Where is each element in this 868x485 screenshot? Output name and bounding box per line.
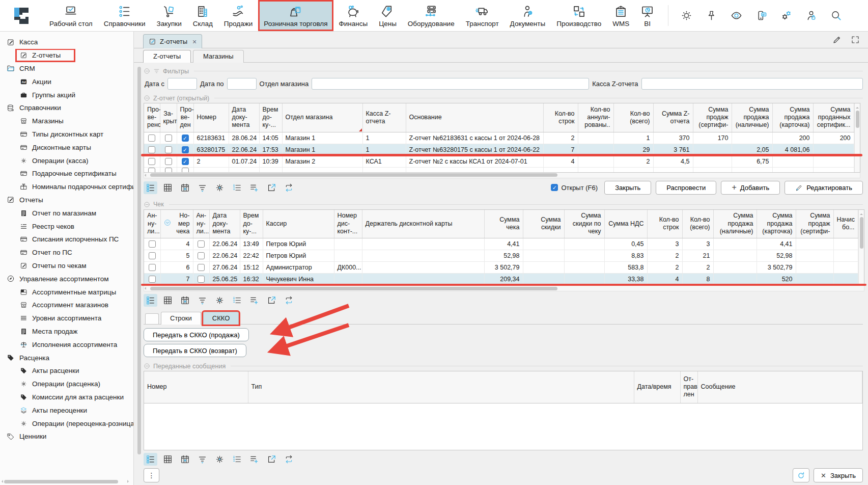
column-header[interactable]: Врем до- ку-... xyxy=(240,210,263,238)
column-header[interactable]: Сумма продажа (карточка) xyxy=(757,210,796,238)
module-production[interactable]: Производство xyxy=(551,0,607,31)
row-checkbox[interactable] xyxy=(149,252,156,259)
scroll-up-icon[interactable] xyxy=(860,212,863,215)
collapse-icon[interactable] xyxy=(144,201,150,208)
refresh-button[interactable] xyxy=(793,468,809,482)
row-checkbox[interactable] xyxy=(182,168,189,172)
column-header[interactable]: Сумма продажа (наличные) xyxy=(713,210,757,238)
grid-button[interactable] xyxy=(161,453,175,466)
refresh-button[interactable] xyxy=(282,181,296,194)
column-header[interactable]: Дата доку- мента xyxy=(229,103,259,132)
window-tab-zreports[interactable]: Z-отчеты × xyxy=(143,34,202,48)
tab-skko[interactable]: СККО xyxy=(203,312,239,325)
module-prices[interactable]: Цены xyxy=(373,0,402,31)
sidebar-item-21[interactable]: Уровни ассортимента xyxy=(0,312,133,325)
column-header[interactable]: Ан- ну- ли... xyxy=(193,210,209,238)
sidebar-item-0[interactable]: Касса xyxy=(0,36,133,49)
filter-button[interactable] xyxy=(195,294,209,307)
column-header[interactable]: Дата доку- мента xyxy=(209,210,240,238)
module-warehouse[interactable]: Склад xyxy=(187,0,218,31)
column-header[interactable]: Номер дис- конт-... xyxy=(334,210,362,238)
sidebar-item-30[interactable]: Ценники xyxy=(0,430,133,443)
column-header[interactable]: Сумма Z- отчета xyxy=(653,103,693,132)
row-checkbox[interactable]: ✓ xyxy=(182,158,189,165)
open-external-button[interactable] xyxy=(265,181,278,194)
module-catalogs[interactable]: Справочники xyxy=(98,0,151,31)
sidebar-item-17[interactable]: Отчеты по чекам xyxy=(0,259,133,273)
sort-icon[interactable] xyxy=(164,219,171,226)
row-checkbox[interactable] xyxy=(149,264,156,271)
scrollbar-thumb[interactable] xyxy=(4,480,118,483)
close-window-button[interactable]: ✕ Закрыть xyxy=(814,468,863,482)
checkbox-checked-icon[interactable]: ✓ xyxy=(551,184,558,191)
row-checkbox[interactable] xyxy=(198,240,205,248)
close-report-button[interactable]: Закрыть xyxy=(604,181,651,195)
sidebar-item-9[interactable]: Операции (касса) xyxy=(0,154,133,167)
sidebar-item-6[interactable]: Магазины xyxy=(0,115,133,128)
sidebar-item-12[interactable]: Отчеты xyxy=(0,194,133,207)
column-header[interactable]: Про- ве- ден xyxy=(177,103,193,132)
scroll-left-icon[interactable] xyxy=(143,174,146,177)
add-button[interactable]: + Добавить xyxy=(721,181,780,195)
open-external-button[interactable] xyxy=(265,294,278,307)
row-checkbox[interactable] xyxy=(165,134,172,142)
module-transport[interactable]: Транспорт xyxy=(460,0,505,31)
collapse-icon[interactable] xyxy=(144,68,150,74)
unpost-button[interactable]: Распровести xyxy=(656,181,716,195)
add-list-button[interactable] xyxy=(247,181,261,194)
horizontal-scrollbar[interactable] xyxy=(144,286,864,291)
module-bi[interactable]: BI xyxy=(635,0,660,31)
date-from-input[interactable] xyxy=(167,78,197,90)
skko-sale-button[interactable]: Передать в СККО (продажа) xyxy=(144,328,249,341)
table-row[interactable]: ✓6328017522.06.2417:53Магазин 11Z-отчет … xyxy=(144,144,854,155)
horizontal-scrollbar[interactable] xyxy=(144,173,860,178)
profile-icon[interactable] xyxy=(805,10,817,21)
sidebar-item-7[interactable]: Типы дисконтных карт xyxy=(0,128,133,141)
sidebar-item-1[interactable]: Z-отчеты xyxy=(0,49,133,62)
scroll-up-icon[interactable] xyxy=(856,105,859,109)
module-wms[interactable]: WMS xyxy=(607,0,635,31)
refresh-button[interactable] xyxy=(282,453,296,466)
column-header[interactable]: Но- мер чека xyxy=(160,210,193,238)
sidebar-item-8[interactable]: Дисконтные карты xyxy=(0,141,133,154)
sidebar-item-23[interactable]: Исполнения ассортимента xyxy=(0,338,133,351)
column-header[interactable]: Отдел магазина xyxy=(282,103,362,132)
scroll-left-icon[interactable] xyxy=(0,480,3,483)
column-header[interactable]: Ан- ну- ли... xyxy=(144,210,160,238)
column-header[interactable]: Сумма НДС xyxy=(604,210,647,238)
module-finance[interactable]: Финансы xyxy=(333,0,374,31)
row-checkbox[interactable] xyxy=(149,240,156,248)
scrollbar-thumb[interactable] xyxy=(860,217,863,249)
scroll-right-icon[interactable] xyxy=(127,480,130,483)
sidebar-item-24[interactable]: Расценка xyxy=(0,351,133,364)
chat-icon[interactable] xyxy=(755,10,767,21)
column-header[interactable]: Сумма проданных сертифик... xyxy=(813,103,854,132)
open-f6-checkbox[interactable]: ✓ Открыт (F6) xyxy=(551,184,598,192)
grid-button[interactable] xyxy=(161,294,175,307)
zreport-cash-input[interactable] xyxy=(641,78,863,90)
column-header[interactable]: Сумма продажа (наличные) xyxy=(732,103,772,132)
column-header[interactable]: Сумма скидки xyxy=(523,210,564,238)
settings-icon[interactable] xyxy=(780,10,792,21)
table-row[interactable]: ✓6218363128.06.2414:05Магазин 11Z-отчет … xyxy=(144,132,854,144)
numbered-list-button[interactable] xyxy=(230,294,244,307)
row-checkbox[interactable] xyxy=(198,264,205,271)
module-documents[interactable]: Документы xyxy=(505,0,551,31)
column-header[interactable]: Начис бо... xyxy=(833,210,858,238)
main-vertical-scrollbar[interactable] xyxy=(136,66,142,482)
sidebar-item-20[interactable]: Ассортимент магазинов xyxy=(0,299,133,312)
column-header[interactable]: Кассир xyxy=(263,210,334,238)
filter-button[interactable] xyxy=(195,453,209,466)
tab-stroki[interactable]: Строки xyxy=(161,312,201,325)
sidebar-item-3[interactable]: AdАкции xyxy=(0,75,133,88)
column-header[interactable]: Основание xyxy=(406,103,543,132)
table-row[interactable]: ✓201.07.2410:39Магазин 2КСА1Z-отчет №2 с… xyxy=(144,155,854,167)
scroll-left-icon[interactable] xyxy=(143,287,146,290)
vertical-scrollbar[interactable] xyxy=(854,103,860,172)
column-header[interactable]: От- прав лен xyxy=(680,371,697,403)
sidebar-item-28[interactable]: Акты переоценки xyxy=(0,403,133,417)
column-header[interactable]: Касса Z- отчета xyxy=(362,103,406,132)
module-retail[interactable]: Розничная торговля xyxy=(258,0,333,31)
row-checkbox[interactable] xyxy=(165,168,172,172)
sidebar-item-26[interactable]: Операции (расценка) xyxy=(0,378,133,391)
